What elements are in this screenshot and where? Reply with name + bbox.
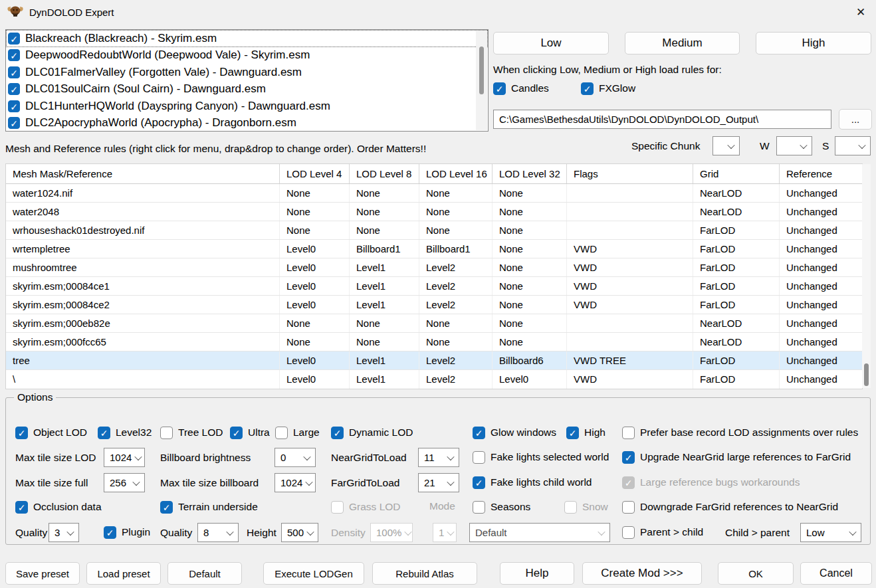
chunk-s-select[interactable]	[835, 136, 871, 155]
cell-lod8: None	[350, 314, 419, 332]
max-tile-size-lod-select[interactable]: 1024	[104, 448, 145, 467]
output-path-value: C:\Games\BethesdaUtils\DynDOLOD\DynDOLOD…	[499, 114, 758, 125]
occlusion-quality-label: Quality	[15, 523, 47, 542]
worldspace-list-item[interactable]: DeepwoodRedoubtWorld (Deepwood Vale) - S…	[6, 47, 488, 64]
billboard-brightness-select[interactable]: 0	[274, 448, 316, 467]
medium-preset-button[interactable]: Medium	[625, 32, 740, 54]
worldspace-listbox[interactable]: Blackreach (Blackreach) - Skyrim.esm Dee…	[5, 29, 489, 132]
default-button[interactable]: Default	[167, 562, 242, 585]
chevron-down-icon	[303, 452, 310, 460]
worldspace-checkbox[interactable]	[8, 100, 20, 112]
help-button[interactable]: Help	[500, 562, 574, 585]
worldspace-checkbox[interactable]	[8, 66, 20, 78]
billboard-brightness-label: Billboard brightness	[160, 448, 251, 467]
worldspace-checkbox[interactable]	[8, 117, 20, 129]
table-row[interactable]: \ Level0 Level1 Level2 Level0 VWD FarLOD…	[6, 370, 862, 389]
near-grid-value: 11	[424, 452, 435, 463]
high-glow-checkbox[interactable]: High	[566, 426, 605, 439]
far-grid-select[interactable]: 21	[418, 473, 459, 492]
dynamic-lod-checkbox[interactable]: Dynamic LOD	[331, 426, 413, 439]
candles-checkbox[interactable]: Candles	[493, 82, 549, 95]
occlusion-quality-select[interactable]: 3	[49, 523, 79, 542]
worldspace-checkbox[interactable]	[8, 33, 20, 45]
table-row[interactable]: skyrim.esm;000fcc65 None None None None …	[6, 333, 862, 351]
worldspace-checkbox[interactable]	[8, 49, 20, 61]
table-row[interactable]: water2048 None None None None NearLOD Un…	[6, 203, 862, 221]
season-default-value: Default	[475, 527, 507, 538]
near-grid-select[interactable]: 11	[418, 448, 459, 467]
glow-windows-checkbox[interactable]: Glow windows	[473, 426, 556, 439]
close-button[interactable]: ✕	[845, 0, 876, 24]
fxglow-label: FXGlow	[599, 82, 635, 94]
fxglow-checkbox[interactable]: FXGlow	[581, 82, 635, 95]
ok-button[interactable]: OK	[718, 562, 794, 585]
table-row[interactable]: skyrim.esm;000eb82e None None None None …	[6, 314, 862, 333]
browse-button[interactable]: ...	[839, 109, 872, 130]
table-row[interactable]: wrhouseshack01destroyed.nif None None No…	[6, 221, 862, 240]
large-checkbox[interactable]: Large	[275, 426, 320, 439]
table-row[interactable]: tree Level0 Level1 Level2 Billboard6 VWD…	[6, 351, 862, 370]
max-tile-size-full-select[interactable]: 256	[104, 473, 145, 492]
table-scrollbar-thumb[interactable]	[864, 363, 869, 386]
grass-lod-checkbox: Grass LOD	[331, 500, 401, 514]
cancel-button[interactable]: Cancel	[800, 562, 872, 585]
low-preset-button[interactable]: Low	[493, 32, 609, 54]
list-scrollbar-thumb[interactable]	[479, 47, 484, 94]
rebuild-atlas-button[interactable]: Rebuild Atlas	[372, 562, 477, 585]
create-mod-button[interactable]: Create Mod >>>	[582, 562, 702, 585]
save-preset-button[interactable]: Save preset	[5, 562, 80, 585]
worldspace-list-item[interactable]: DLC01FalmerValley (Forgotten Vale) - Daw…	[6, 64, 488, 81]
cell-lod4: None	[280, 221, 350, 239]
max-tile-size-billboard-label: Max tile size billboard	[160, 473, 259, 492]
high-preset-button[interactable]: High	[756, 32, 871, 54]
table-scrollbar[interactable]	[862, 164, 871, 388]
fake-lights-child-checkbox[interactable]: Fake lights child world	[473, 476, 592, 489]
table-row[interactable]: skyrim.esm;00084ce1 Level0 Level1 Level2…	[6, 277, 862, 296]
level32-checkbox[interactable]: Level32	[98, 426, 152, 439]
grass-lod-label: Grass LOD	[349, 501, 401, 513]
table-header-row[interactable]: Mesh Mask/Reference LOD Level 4 LOD Leve…	[6, 164, 862, 184]
options-group: Options Object LOD Level32 Tree LOD Ultr…	[5, 397, 871, 545]
chunk-w-select[interactable]	[776, 136, 812, 155]
occlusion-data-checkbox[interactable]: Occlusion data	[15, 500, 102, 514]
table-row[interactable]: water1024.nif None None None None NearLO…	[6, 184, 862, 203]
load-preset-button[interactable]: Load preset	[86, 562, 161, 585]
season-default-select[interactable]: Default	[469, 523, 610, 542]
execute-lodgen-button[interactable]: Execute LODGen	[263, 562, 364, 585]
seasons-checkbox[interactable]: Seasons	[473, 500, 530, 514]
specific-chunk-select[interactable]	[712, 136, 740, 155]
prefer-base-record-checkbox[interactable]: Prefer base record LOD assignments over …	[622, 426, 858, 439]
fake-lights-selected-checkbox[interactable]: Fake lights selected world	[473, 450, 609, 464]
terrain-quality-select[interactable]: 8	[197, 523, 239, 542]
ultra-checkbox[interactable]: Ultra	[230, 426, 270, 439]
cell-mesh-mask: wrhouseshack01destroyed.nif	[6, 221, 280, 239]
downgrade-fargrid-checkbox[interactable]: Downgrade FarGrid references to NearGrid	[622, 500, 838, 514]
terrain-underside-checkbox[interactable]: Terrain underside	[160, 500, 258, 514]
tree-lod-checkbox[interactable]: Tree LOD	[160, 426, 223, 439]
cell-grid: NearLOD	[693, 203, 780, 221]
cell-lod8: Billboard1	[350, 240, 419, 258]
cell-flags	[567, 184, 693, 202]
worldspace-list-item[interactable]: DLC2ApocryphaWorld (Apocrypha) - Dragonb…	[6, 115, 488, 132]
object-lod-checkbox[interactable]: Object LOD	[15, 426, 87, 439]
worldspace-list-item[interactable]: DLC01SoulCairn (Soul Cairn) - Dawnguard.…	[6, 81, 488, 98]
table-row[interactable]: mushroomtree Level0 Level1 Level2 None V…	[6, 258, 862, 277]
table-row[interactable]: skyrim.esm;00084ce2 Level0 Level1 Level2…	[6, 296, 862, 314]
upgrade-neargrid-checkbox[interactable]: Upgrade NearGrid large references to Far…	[622, 450, 851, 464]
table-row[interactable]: wrtempletree Level0 Billboard1 Billboard…	[6, 240, 862, 258]
worldspace-list-item[interactable]: DLC1HunterHQWorld (Dayspring Canyon) - D…	[6, 98, 488, 115]
child-parent-select[interactable]: Low	[800, 523, 861, 542]
worldspace-checkbox[interactable]	[8, 83, 20, 95]
worldspace-list-item[interactable]: Blackreach (Blackreach) - Skyrim.esm	[6, 30, 488, 47]
height-select[interactable]: 500	[281, 523, 318, 542]
parent-child-checkbox[interactable]: Parent > child	[622, 526, 703, 539]
list-scrollbar[interactable]	[476, 31, 487, 130]
col-flags: Flags	[567, 164, 693, 183]
cell-mesh-mask: \	[6, 370, 280, 389]
output-path-input[interactable]: C:\Games\BethesdaUtils\DynDOLOD\DynDOLOD…	[493, 110, 831, 129]
cell-grid: NearLOD	[693, 333, 780, 351]
plugin-checkbox[interactable]: Plugin	[104, 526, 150, 539]
rules-header-label: Mesh and Reference rules (right click fo…	[5, 143, 426, 155]
cell-reference: Unchanged	[780, 296, 862, 314]
max-tile-size-billboard-select[interactable]: 1024	[274, 473, 316, 492]
